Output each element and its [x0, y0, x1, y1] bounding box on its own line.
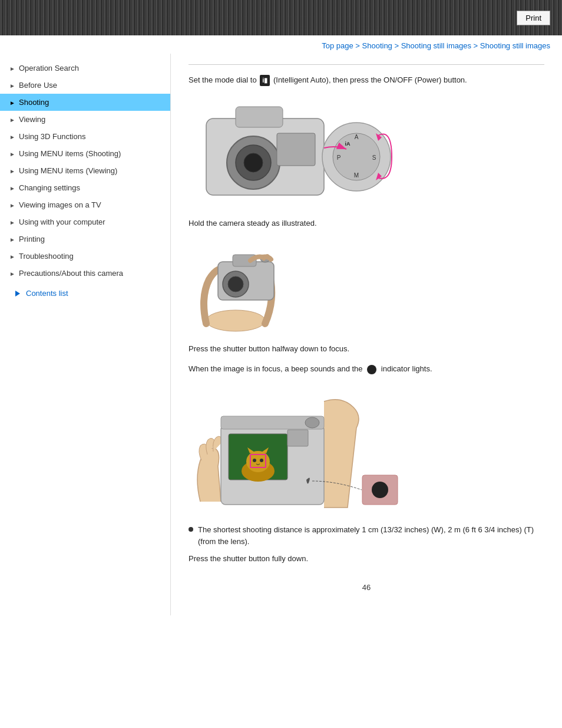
contents-list-arrow-icon [15, 291, 20, 297]
camera-dial-svg: A S M P iA [189, 95, 401, 207]
step2-text: Hold the camera steady as illustrated. [189, 218, 544, 230]
sidebar-item-using-computer[interactable]: ► Using with your computer [0, 213, 170, 230]
holding-svg [189, 238, 306, 332]
svg-rect-5 [277, 133, 315, 166]
main-content: Set the mode dial to i▮ (Intelligent Aut… [171, 54, 562, 615]
svg-point-4 [244, 153, 263, 172]
step3-text1: Press the shutter button halfway down to… [189, 343, 544, 355]
page-number: 46 [189, 583, 544, 598]
sidebar-item-using-3d[interactable]: ► Using 3D Functions [0, 128, 170, 145]
breadcrumb-current: Shooting still images [480, 41, 550, 50]
breadcrumb-sep3: > [474, 41, 480, 50]
sidebar-label: Precautions/About this camera [19, 269, 123, 278]
bullet-item-1: The shortest shooting distance is approx… [189, 524, 544, 547]
breadcrumb-sep1: > [355, 41, 362, 50]
sidebar-label: Using MENU items (Shooting) [19, 149, 121, 158]
sidebar-label: Printing [19, 235, 45, 243]
sidebar-item-operation-search[interactable]: ► Operation Search [0, 60, 170, 77]
sidebar-label: Viewing [19, 115, 45, 124]
divider [189, 64, 544, 65]
svg-point-20 [228, 276, 243, 292]
svg-rect-1 [236, 107, 283, 127]
svg-text:iA: iA [345, 141, 351, 147]
svg-point-33 [305, 417, 319, 428]
sidebar-label: Operation Search [19, 64, 79, 73]
sidebar-item-before-use[interactable]: ► Before Use [0, 77, 170, 94]
step1-text: Set the mode dial to i▮ (Intelligent Aut… [189, 74, 544, 87]
contents-list-link[interactable]: Contents list [0, 282, 170, 298]
bullet-text: The shortest shooting distance is approx… [198, 524, 544, 547]
svg-text:S: S [372, 154, 376, 161]
svg-text:M: M [354, 172, 359, 179]
bullet-icon [189, 527, 193, 532]
step3-suffix: indicator lights. [381, 364, 432, 373]
sidebar: ► Operation Search ► Before Use ► Shooti… [0, 54, 171, 615]
intelligent-auto-icon: i▮ [260, 75, 270, 87]
svg-point-16 [206, 310, 265, 331]
sidebar-label: Using MENU items (Viewing) [19, 166, 117, 175]
arrow-icon: ► [9, 134, 15, 140]
step1-prefix: Set the mode dial to [189, 75, 257, 84]
sidebar-label: Using 3D Functions [19, 132, 85, 141]
arrow-icon: ► [9, 168, 15, 174]
breadcrumb-shooting[interactable]: Shooting [362, 41, 392, 50]
step3-prefix: When the image is in focus, a beep sound… [189, 364, 363, 373]
sidebar-item-precautions[interactable]: ► Precautions/About this camera [0, 265, 170, 282]
sidebar-label: Shooting [19, 98, 49, 107]
svg-rect-31 [287, 430, 308, 446]
svg-text:P: P [337, 154, 341, 161]
sidebar-label: Viewing images on a TV [19, 200, 101, 209]
svg-text:A: A [355, 134, 359, 140]
page-layout: ► Operation Search ► Before Use ► Shooti… [0, 54, 562, 615]
arrow-icon: ► [9, 65, 15, 71]
breadcrumb-sep2: > [394, 41, 401, 50]
arrow-icon: ► [9, 151, 15, 157]
focus-svg [189, 384, 412, 513]
sidebar-item-shooting[interactable]: ► Shooting [0, 94, 170, 111]
print-button[interactable]: Print [517, 11, 550, 25]
breadcrumb-still-images[interactable]: Shooting still images [401, 41, 471, 50]
sidebar-item-menu-viewing[interactable]: ► Using MENU items (Viewing) [0, 162, 170, 179]
svg-point-29 [260, 459, 263, 462]
arrow-icon: ► [9, 117, 15, 123]
arrow-icon: ► [9, 83, 15, 88]
mode-dial-illustration: A S M P iA [189, 95, 544, 207]
step4-text: Press the shutter button fully down. [189, 553, 544, 565]
focusing-illustration [189, 384, 544, 513]
sidebar-label: Before Use [19, 81, 57, 90]
arrow-icon: ► [9, 185, 15, 191]
sidebar-item-viewing-tv[interactable]: ► Viewing images on a TV [0, 196, 170, 213]
sidebar-item-changing-settings[interactable]: ► Changing settings [0, 179, 170, 196]
focus-indicator-dot [367, 365, 376, 374]
svg-point-28 [253, 459, 256, 462]
breadcrumb-top-page[interactable]: Top page [322, 41, 353, 50]
arrow-icon: ► [9, 253, 15, 259]
sidebar-label: Troubleshooting [19, 252, 74, 261]
sidebar-item-viewing[interactable]: ► Viewing [0, 111, 170, 128]
arrow-icon: ► [9, 100, 15, 106]
contents-list-label[interactable]: Contents list [26, 289, 68, 298]
sidebar-item-menu-shooting[interactable]: ► Using MENU items (Shooting) [0, 145, 170, 162]
arrow-icon: ► [9, 202, 15, 208]
header: Print [0, 0, 562, 35]
arrow-icon: ► [9, 271, 15, 276]
svg-point-35 [372, 482, 388, 498]
arrow-icon: ► [9, 219, 15, 225]
step3-text2: When the image is in focus, a beep sound… [189, 363, 544, 375]
sidebar-label: Using with your computer [19, 218, 105, 226]
sidebar-label: Changing settings [19, 183, 80, 192]
arrow-icon: ► [9, 236, 15, 242]
breadcrumb: Top page > Shooting > Shooting still ima… [0, 35, 562, 54]
sidebar-item-troubleshooting[interactable]: ► Troubleshooting [0, 248, 170, 265]
sidebar-item-printing[interactable]: ► Printing [0, 230, 170, 248]
holding-camera-illustration [189, 238, 544, 332]
step1-suffix: (Intelligent Auto), then press the ON/OF… [273, 75, 467, 84]
